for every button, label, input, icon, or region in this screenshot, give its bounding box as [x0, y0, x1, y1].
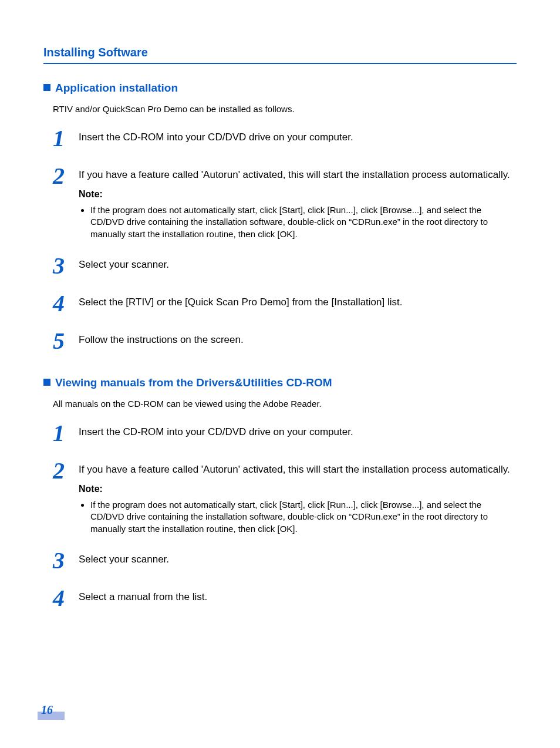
section2-intro: All manuals on the CD-ROM can be viewed …	[53, 399, 517, 409]
square-bullet-icon	[43, 379, 50, 386]
section2: Viewing manuals from the Drivers&Utiliti…	[43, 376, 517, 610]
page-heading: Installing Software	[43, 46, 517, 64]
square-bullet-icon	[43, 84, 50, 91]
note-list: If the program does not automatically st…	[79, 499, 517, 535]
step-number: 3	[53, 254, 79, 278]
page-number-bar: 16	[38, 712, 65, 720]
step: 2 If you have a feature called 'Autorun'…	[53, 164, 517, 240]
step-body: Follow the instructions on the screen.	[79, 329, 517, 347]
step-number: 3	[53, 549, 79, 572]
note-item: If the program does not automatically st…	[90, 204, 517, 240]
step: 4 Select a manual from the list.	[53, 587, 517, 610]
step: 2 If you have a feature called 'Autorun'…	[53, 459, 517, 535]
section1-steps: 1 Insert the CD-ROM into your CD/DVD dri…	[53, 127, 517, 353]
step-text: If you have a feature called 'Autorun' a…	[79, 169, 510, 180]
step-number: 2	[53, 459, 79, 483]
step: 4 Select the [RTIV] or the [Quick Scan P…	[53, 292, 517, 315]
step-body: Select the [RTIV] or the [Quick Scan Pro…	[79, 292, 517, 309]
step-body: Select a manual from the list.	[79, 587, 517, 604]
note-label: Note:	[79, 188, 517, 201]
step-body: If you have a feature called 'Autorun' a…	[79, 459, 517, 535]
manual-page: Installing Software Application installa…	[0, 0, 560, 748]
section2-steps: 1 Insert the CD-ROM into your CD/DVD dri…	[53, 422, 517, 610]
subheading-application-installation: Application installation	[43, 82, 517, 95]
step-number: 4	[53, 587, 79, 610]
subheading-text: Viewing manuals from the Drivers&Utiliti…	[55, 376, 332, 389]
step-number: 4	[53, 292, 79, 315]
note-item: If the program does not automatically st…	[90, 499, 517, 535]
step-body: Insert the CD-ROM into your CD/DVD drive…	[79, 422, 517, 439]
step: 3 Select your scanner.	[53, 549, 517, 572]
subheading-viewing-manuals: Viewing manuals from the Drivers&Utiliti…	[43, 376, 517, 389]
subheading-text: Application installation	[55, 82, 178, 94]
step-number: 1	[53, 127, 79, 150]
step-number: 1	[53, 422, 79, 445]
step: 5 Follow the instructions on the screen.	[53, 329, 517, 353]
step-body: Select your scanner.	[79, 549, 517, 567]
page-number: 16	[41, 703, 53, 717]
step-body: If you have a feature called 'Autorun' a…	[79, 164, 517, 240]
step-body: Select your scanner.	[79, 254, 517, 272]
step-number: 2	[53, 164, 79, 188]
section1-intro: RTIV and/or QuickScan Pro Demo can be in…	[53, 104, 517, 114]
step: 3 Select your scanner.	[53, 254, 517, 278]
step-text: If you have a feature called 'Autorun' a…	[79, 464, 510, 475]
page-number-area: 16	[38, 712, 65, 720]
step: 1 Insert the CD-ROM into your CD/DVD dri…	[53, 422, 517, 445]
note-list: If the program does not automatically st…	[79, 204, 517, 240]
step-body: Insert the CD-ROM into your CD/DVD drive…	[79, 127, 517, 144]
note-label: Note:	[79, 483, 517, 496]
step: 1 Insert the CD-ROM into your CD/DVD dri…	[53, 127, 517, 150]
step-number: 5	[53, 329, 79, 353]
